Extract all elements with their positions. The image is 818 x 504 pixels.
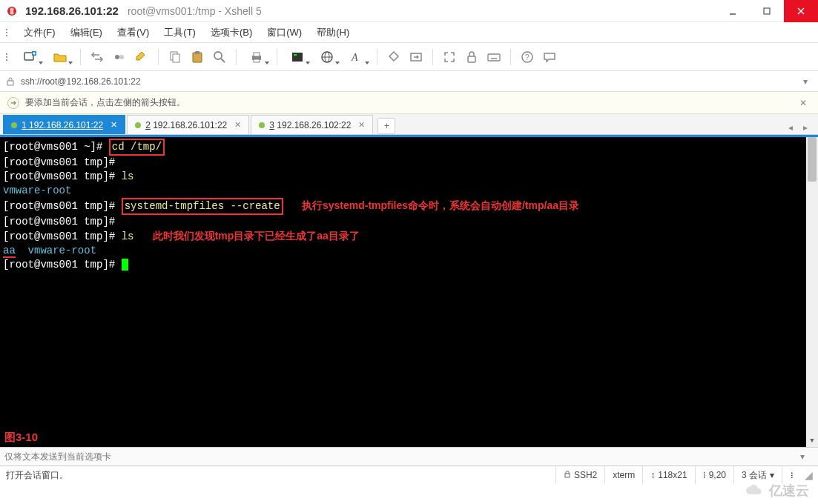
status-term: xterm [604, 466, 642, 484]
tab-close-icon[interactable]: ✕ [358, 120, 365, 130]
highlight-aa: aa [3, 245, 16, 258]
svg-rect-22 [292, 53, 303, 62]
status-caps[interactable]: ⫶ [782, 466, 802, 484]
grip-icon [6, 29, 12, 36]
tab-close-icon[interactable]: ✕ [111, 120, 117, 130]
grip-icon [6, 53, 12, 61]
help-button[interactable]: ? [517, 47, 538, 67]
font-button[interactable]: A [343, 47, 371, 67]
address-text[interactable]: ssh://root@192.168.26.101:22 [21, 76, 799, 87]
address-bar: ssh://root@192.168.26.101:22 ▾ [0, 71, 818, 92]
new-session-button[interactable] [16, 47, 44, 67]
color-scheme-button[interactable] [283, 47, 311, 67]
svg-rect-39 [565, 474, 570, 477]
properties-button[interactable] [131, 47, 152, 67]
tab-session-2[interactable]: 2 192.168.26.101:22 ✕ [127, 115, 249, 134]
cursor-icon [122, 259, 128, 271]
highlight-box: cd /tmp/ [109, 139, 165, 156]
lock-icon [6, 76, 16, 87]
print-button[interactable] [243, 47, 271, 67]
resize-grip-icon[interactable]: ◢ [802, 469, 812, 481]
menu-tabs[interactable]: 选项卡(B) [205, 23, 258, 42]
info-arrow-icon[interactable]: ➜ [7, 97, 19, 109]
svg-point-12 [119, 55, 124, 59]
tab-prev-button[interactable]: ◂ [784, 121, 797, 134]
svg-rect-29 [468, 56, 475, 62]
lock-button[interactable] [461, 47, 482, 67]
annotation-text: 此时我们发现tmp目录下已经生成了aa目录了 [153, 230, 360, 242]
menu-file[interactable]: 文件(F) [18, 23, 62, 42]
tabstrip: 1 192.168.26.101:22 ✕ 2 192.168.26.101:2… [0, 114, 818, 135]
svg-rect-16 [195, 51, 199, 54]
scroll-down-icon[interactable]: ▼ [806, 435, 818, 447]
status-dot-icon [135, 122, 141, 128]
minimize-button[interactable] [716, 0, 750, 22]
menu-view[interactable]: 查看(V) [111, 23, 155, 42]
menu-window[interactable]: 窗口(W) [261, 23, 308, 42]
menu-help[interactable]: 帮助(H) [311, 23, 355, 42]
svg-text:A: A [351, 52, 358, 63]
terminal[interactable]: [root@vms001 ~]# cd /tmp/ [root@vms001 t… [0, 137, 818, 447]
toolbar: A ? [0, 43, 818, 71]
svg-rect-20 [254, 53, 260, 56]
status-sessions[interactable]: 3 会话 ▾ [733, 466, 782, 484]
keyboard-button[interactable] [484, 47, 504, 67]
menubar: 文件(F) 编辑(E) 查看(V) 工具(T) 选项卡(B) 窗口(W) 帮助(… [0, 22, 818, 43]
statusbar: 打开会话窗口。 SSH2 xterm ↕ 118x21 ⁞ 9,20 3 会话 … [0, 466, 818, 484]
maximize-button[interactable] [750, 0, 784, 22]
svg-rect-14 [173, 54, 179, 62]
lock-icon [564, 470, 571, 480]
app-icon [6, 5, 18, 17]
highlight-box: systemd-tmpfiles --create [122, 198, 283, 215]
tab-close-icon[interactable]: ✕ [234, 120, 241, 130]
cloud-icon [744, 484, 765, 497]
reconnect-button[interactable] [87, 47, 108, 67]
window-title-ip: 192.168.26.101:22 [25, 4, 119, 17]
terminal-scrollbar[interactable]: ▲ ▼ [806, 137, 818, 447]
tab-session-1[interactable]: 1 192.168.26.101:22 ✕ [3, 115, 125, 134]
encoding-button[interactable] [313, 47, 341, 67]
status-dot-icon [259, 122, 265, 128]
open-button[interactable] [46, 47, 74, 67]
svg-rect-23 [294, 54, 297, 56]
info-bar: ➜ 要添加当前会话，点击左侧的箭头按钮。 ✕ [0, 92, 818, 114]
fullscreen-button[interactable] [439, 47, 460, 67]
svg-point-11 [115, 55, 119, 59]
tab-session-3[interactable]: 3 192.168.26.102:22 ✕ [251, 115, 373, 134]
status-size: ↕ 118x21 [642, 466, 694, 484]
find-button[interactable] [209, 47, 230, 67]
svg-text:?: ? [525, 53, 530, 62]
status-cursor-pos: ⁞ 9,20 [695, 466, 733, 484]
new-tab-button[interactable]: + [377, 118, 395, 134]
svg-rect-21 [254, 59, 260, 62]
copy-button[interactable] [165, 47, 185, 67]
svg-rect-38 [7, 81, 13, 85]
menu-edit[interactable]: 编辑(E) [65, 23, 108, 42]
status-dot-icon [11, 122, 17, 128]
window-title-path: root@vms001:/tmp - Xshell 5 [128, 5, 262, 17]
info-close-button[interactable]: ✕ [796, 98, 811, 108]
send-mode-dropdown[interactable]: ▾ [800, 451, 814, 462]
titlebar: 192.168.26.101:22 root@vms001:/tmp - Xsh… [0, 0, 818, 22]
send-input-bar: ▾ [0, 447, 818, 466]
annotation-text: 执行systemd-tmpfiles命令时，系统会自动创建/tmp/aa目录 [302, 199, 579, 211]
svg-rect-2 [764, 8, 770, 14]
tab-next-button[interactable]: ▸ [799, 121, 812, 134]
svg-point-17 [214, 52, 222, 59]
menu-tools[interactable]: 工具(T) [158, 23, 202, 42]
send-input[interactable] [4, 451, 800, 462]
paste-button[interactable] [187, 47, 208, 67]
status-message: 打开会话窗口。 [6, 469, 555, 482]
address-dropdown[interactable]: ▾ [799, 76, 812, 87]
figure-label: 图3-10 [4, 430, 38, 444]
watermark: 亿速云 [744, 482, 809, 500]
disconnect-button[interactable] [109, 47, 130, 67]
scroll-thumb[interactable] [808, 137, 817, 182]
info-message: 要添加当前会话，点击左侧的箭头按钮。 [25, 96, 796, 109]
close-button[interactable] [784, 0, 818, 22]
xagent-button[interactable] [383, 47, 404, 67]
svg-rect-30 [488, 54, 500, 61]
xftp-button[interactable] [406, 47, 426, 67]
chat-button[interactable] [539, 47, 560, 67]
status-protocol: SSH2 [555, 466, 604, 484]
